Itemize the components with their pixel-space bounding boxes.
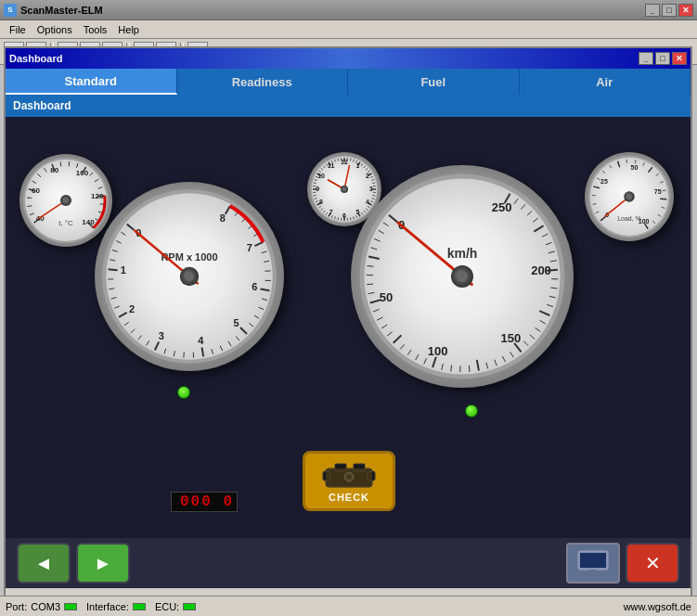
- engine-icon: [321, 459, 377, 492]
- app-icon: S: [4, 4, 17, 17]
- ecu-led: [183, 603, 196, 610]
- panel-label: Dashboard: [6, 95, 691, 117]
- menu-help[interactable]: Help: [112, 23, 145, 36]
- bottom-bar: ◄ ► ✕: [6, 538, 691, 588]
- monitor-icon: [576, 549, 610, 577]
- port-led: [64, 603, 77, 610]
- minimize-button[interactable]: _: [645, 4, 660, 17]
- dashboard-window: Dashboard _ □ ✕ Standard Readiness Fuel …: [4, 46, 692, 603]
- svg-rect-9: [580, 553, 606, 568]
- dashboard-main: 000 0 CHECK: [6, 117, 691, 538]
- check-engine-light: CHECK: [303, 451, 395, 511]
- back-button[interactable]: ◄: [17, 543, 71, 584]
- window-controls: _ □ ✕: [645, 4, 693, 17]
- check-label: CHECK: [329, 492, 369, 503]
- dash-minimize[interactable]: _: [639, 52, 653, 65]
- tab-bar: Standard Readiness Fuel Air: [6, 69, 691, 95]
- tab-readiness[interactable]: Readiness: [177, 69, 349, 95]
- app-title-bar: S ScanMaster-ELM _ □ ✕: [0, 0, 697, 20]
- maximize-button[interactable]: □: [662, 4, 677, 17]
- dashboard-title-bar: Dashboard _ □ ✕: [6, 48, 691, 69]
- monitor-button[interactable]: [566, 543, 620, 584]
- interface-led: [133, 603, 146, 610]
- ecu-status: ECU:: [155, 601, 196, 612]
- forward-button[interactable]: ►: [76, 543, 130, 584]
- svg-rect-11: [586, 573, 600, 575]
- speed-led: [465, 404, 478, 417]
- svg-rect-7: [326, 468, 372, 487]
- rpm-digit-display: 000 0: [171, 492, 238, 512]
- rpm-led: [177, 386, 190, 399]
- status-bar: Port: COM3 Interface: ECU: www.wgsoft.de: [0, 596, 697, 616]
- app-title: ScanMaster-ELM: [20, 5, 103, 16]
- menu-file[interactable]: File: [4, 23, 32, 36]
- dashboard-controls: _ □ ✕: [639, 52, 687, 65]
- menu-options[interactable]: Options: [32, 23, 78, 36]
- menu-tools[interactable]: Tools: [78, 23, 113, 36]
- tab-fuel[interactable]: Fuel: [348, 69, 520, 95]
- dashboard-title: Dashboard: [9, 53, 62, 64]
- exit-button[interactable]: ✕: [626, 543, 679, 584]
- close-button[interactable]: ✕: [678, 4, 693, 17]
- menu-bar: File Options Tools Help: [0, 20, 697, 39]
- dash-maximize[interactable]: □: [655, 52, 670, 65]
- tab-air[interactable]: Air: [520, 69, 691, 95]
- interface-status: Interface:: [86, 601, 146, 612]
- website: www.wgsoft.de: [624, 601, 691, 612]
- svg-rect-10: [589, 570, 597, 573]
- tab-standard[interactable]: Standard: [6, 69, 177, 95]
- port-status: Port: COM3: [6, 601, 77, 612]
- dash-close[interactable]: ✕: [672, 52, 687, 65]
